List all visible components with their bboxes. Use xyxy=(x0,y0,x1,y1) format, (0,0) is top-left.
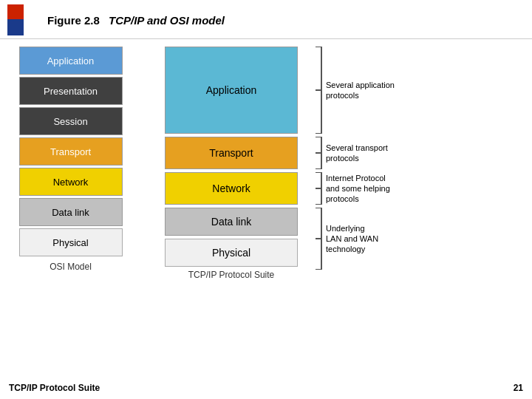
annotation-application: Several applicationprotocols xyxy=(313,47,431,134)
bracket-trans-icon xyxy=(313,137,323,169)
osi-layer-datalink: Data link xyxy=(19,198,123,226)
header-title: Figure 2.8 TCP/IP and OSI model xyxy=(47,14,225,27)
tcpip-layer-network: Network xyxy=(165,172,298,205)
annotation-transport: Several transportprotocols xyxy=(313,137,431,169)
tcpip-column: Application Transport Network Data link … xyxy=(157,47,305,379)
tcpip-model-label: TCP/IP Protocol Suite xyxy=(188,270,275,280)
bracket-net-icon xyxy=(313,172,323,205)
osi-layer-network: Network xyxy=(19,168,123,196)
tcpip-layer-transport: Transport xyxy=(165,137,298,169)
annotation-network: Internet Protocoland some helpingprotoco… xyxy=(313,172,431,205)
header: Figure 2.8 TCP/IP and OSI model xyxy=(0,0,532,39)
annotation-trans-text: Several transportprotocols xyxy=(326,143,388,164)
osi-layer-presentation: Presentation xyxy=(19,77,123,105)
figure-title: TCP/IP and OSI model xyxy=(109,14,225,27)
osi-column: Application Presentation Session Transpo… xyxy=(6,47,135,379)
bracket-data-icon xyxy=(313,208,323,270)
osi-layer-physical: Physical xyxy=(19,228,123,256)
bracket-app-icon xyxy=(313,47,323,134)
osi-layer-application: Application xyxy=(19,47,123,75)
osi-layer-transport: Transport xyxy=(19,137,123,166)
annotations-column: Several applicationprotocols Several tra… xyxy=(305,47,431,379)
gap xyxy=(135,47,157,379)
logo-red xyxy=(7,4,24,21)
logo-blue xyxy=(7,19,24,35)
figure-label: Figure 2.8 xyxy=(47,14,100,27)
annotation-data-phys: UnderlyingLAN and WANtechnology xyxy=(313,208,431,270)
annotation-net-text: Internet Protocoland some helpingprotoco… xyxy=(326,173,390,205)
footer: TCP/IP Protocol Suite 21 xyxy=(0,383,532,393)
osi-layer-session: Session xyxy=(19,107,123,135)
annotation-data-text: UnderlyingLAN and WANtechnology xyxy=(326,223,378,255)
tcpip-layer-application: Application xyxy=(165,47,298,134)
osi-model-label: OSI Model xyxy=(50,262,92,272)
tcpip-layer-physical: Physical xyxy=(165,239,298,267)
footer-left: TCP/IP Protocol Suite xyxy=(9,383,100,393)
footer-right: 21 xyxy=(514,383,523,393)
logo xyxy=(7,4,38,35)
tcpip-layer-datalink: Data link xyxy=(165,208,298,236)
annotation-app-text: Several applicationprotocols xyxy=(326,80,395,101)
main-diagram: Application Presentation Session Transpo… xyxy=(0,39,532,379)
